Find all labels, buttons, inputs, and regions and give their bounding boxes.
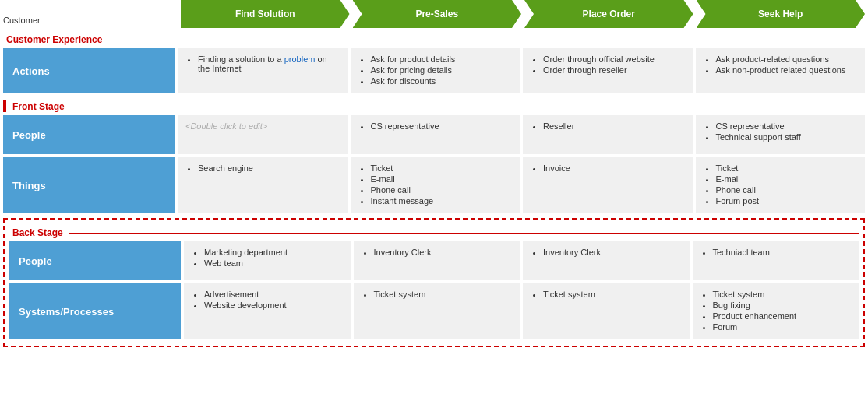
actions-row: Actions Finding a solution to a problem …	[3, 48, 865, 93]
front-things-cell-0: Search engine	[178, 157, 348, 213]
front-things-cell-2: Invoice	[523, 157, 693, 213]
actions-cell-1: Ask for product details Ask for pricing …	[351, 48, 520, 93]
front-people-cell-2: Reseller	[523, 115, 693, 154]
front-people-row: People <Double click to edit> CS represe…	[3, 115, 865, 154]
back-people-cell-2: Inventory Clerk	[523, 241, 690, 280]
front-things-cell-3: Ticket E-mail Phone call Forum post	[696, 157, 866, 213]
customer-experience-label: Customer Experience	[3, 30, 865, 48]
front-things-label: Things	[3, 157, 175, 213]
back-people-cell-1: Inventory Clerk	[354, 241, 520, 280]
front-people-label: People	[3, 115, 175, 154]
systems-processes-label: Systems/Processes	[9, 283, 181, 339]
arrow-place-order: Place Order	[524, 0, 693, 28]
back-people-label: People	[9, 241, 181, 280]
systems-cell-3: Ticket system Bug fixing Product enhance…	[693, 283, 859, 339]
back-people-cell-0: Marketing department Web team	[184, 241, 351, 280]
front-people-cell-3: CS representative Technical support staf…	[696, 115, 866, 154]
stage-arrows: Find Solution Pre-Sales Place Order Seek…	[181, 0, 865, 28]
actions-label: Actions	[3, 48, 175, 93]
actions-cell-0: Finding a solution to a problem on the I…	[178, 48, 348, 93]
arrow-pre-sales: Pre-Sales	[353, 0, 522, 28]
systems-cell-0: Advertisement Website development	[184, 283, 351, 339]
front-people-cell-1: CS representative	[351, 115, 520, 154]
customer-label: Customer	[3, 16, 41, 25]
front-things-cell-1: Ticket E-mail Phone call Instant message	[351, 157, 520, 213]
customer-experience-section: Customer Experience Actions Finding a so…	[3, 30, 865, 93]
front-stage-section: Front Stage People <Double click to edit…	[3, 97, 865, 213]
systems-processes-row: Systems/Processes Advertisement Website …	[9, 283, 859, 339]
front-people-cell-0: <Double click to edit>	[178, 115, 348, 154]
systems-cell-2: Ticket system	[523, 283, 690, 339]
front-stage-label: Front Stage	[9, 97, 865, 115]
systems-cell-1: Ticket system	[354, 283, 520, 339]
back-stage-section: Back Stage People Marketing department W…	[3, 218, 865, 347]
back-people-cell-3: Techniacl team	[693, 241, 859, 280]
arrow-seek-help: Seek Help	[697, 0, 866, 28]
back-people-row: People Marketing department Web team Inv…	[9, 241, 859, 280]
actions-cell-2: Order through official website Order thr…	[523, 48, 693, 93]
actions-cell-3: Ask product-related questions Ask non-pr…	[696, 48, 866, 93]
front-things-row: Things Search engine Ticket E-mail Phone…	[3, 157, 865, 213]
back-stage-label: Back Stage	[9, 223, 859, 241]
arrow-find-solution: Find Solution	[181, 0, 350, 28]
